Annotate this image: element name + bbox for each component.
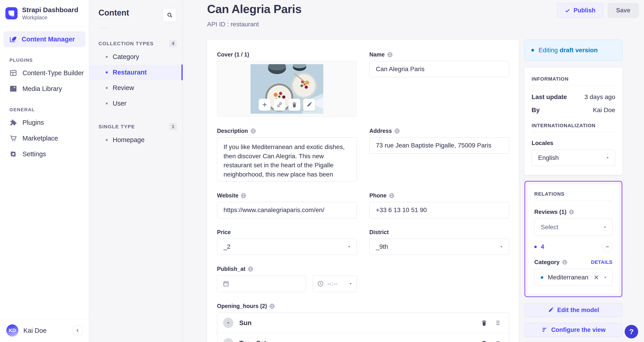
collection-count-badge: 4 [169, 40, 177, 47]
bullet-icon [106, 87, 108, 89]
phone-input[interactable] [370, 202, 509, 218]
category-label: Category [534, 259, 568, 266]
save-button[interactable]: Save [608, 3, 638, 18]
search-button[interactable] [163, 8, 177, 22]
relation-dot-icon [534, 246, 537, 248]
trash-icon [292, 102, 297, 108]
publish-button[interactable]: Publish [557, 3, 603, 18]
sidebar-item-content-type-builder[interactable]: Content-Type Builder [0, 65, 89, 81]
bullet-icon [106, 102, 108, 104]
chevron-left-icon [75, 328, 80, 333]
delete-row-button[interactable] [481, 320, 487, 326]
plus-icon [262, 102, 268, 108]
chevron-down-icon [500, 245, 504, 249]
field-name: Name [370, 51, 509, 117]
price-select[interactable]: _2 [217, 239, 357, 255]
last-update-row: Last update 3 days ago [532, 93, 615, 101]
chevron-down-icon [348, 282, 352, 286]
copy-link-button[interactable] [274, 99, 286, 111]
sidebar-item-label: Media Library [22, 85, 62, 93]
subnav-item-restaurant[interactable]: Restaurant [89, 65, 182, 80]
globe-icon [250, 128, 256, 134]
divider [532, 86, 615, 86]
sidebar-section-plugins: PLUGINS [0, 57, 89, 63]
main-content: Can Alegria Paris API ID : restaurant Pu… [183, 0, 644, 342]
linked-review-link[interactable]: 4 [541, 243, 544, 250]
information-card: INFORMATION Last update 3 days ago By Ka… [524, 68, 622, 175]
help-button[interactable]: ? [625, 325, 638, 338]
edit-model-button[interactable]: Edit the model [524, 303, 622, 317]
clock-icon [317, 280, 324, 287]
page-title: Can Alegria Paris [207, 2, 302, 16]
sidebar-item-content-manager[interactable]: Content Manager [4, 31, 85, 47]
puzzle-icon [10, 119, 17, 126]
locales-label: Locales [532, 140, 615, 146]
expand-row-button[interactable] [223, 318, 234, 328]
sidebar-item-media-library[interactable]: Media Library [0, 81, 89, 97]
clear-category-button[interactable] [594, 274, 599, 280]
remove-relation-button[interactable] [602, 242, 612, 252]
sidebar-item-marketplace[interactable]: Marketplace [0, 130, 89, 146]
opening-hours-row-tue-sat: Tue - Sat [217, 333, 509, 342]
layout-grid-icon [10, 69, 17, 77]
website-input[interactable] [217, 202, 357, 218]
sidebar-item-label: Plugins [22, 119, 44, 126]
opening-hours-row-sun: Sun [217, 313, 509, 333]
sidebar-item-settings[interactable]: Settings [0, 146, 89, 162]
publish-date-input[interactable] [217, 275, 306, 292]
locale-select[interactable]: English [532, 150, 615, 166]
globe-icon [269, 303, 275, 309]
link-icon [276, 102, 282, 108]
details-link[interactable]: DETAILS [591, 259, 612, 265]
opening-hours-accordion: Sun Tue - Sat [217, 312, 509, 342]
configure-view-button[interactable]: Configure the view [524, 323, 622, 337]
description-textarea[interactable]: If you like Mediterranean and exotic dis… [217, 137, 357, 182]
subnav-item-review[interactable]: Review [89, 80, 182, 96]
cover-media-box [217, 61, 357, 117]
globe-icon [240, 193, 246, 199]
chevron-down-icon [606, 156, 610, 160]
sidebar-item-plugins[interactable]: Plugins [0, 115, 89, 130]
reviews-select[interactable]: Select [534, 219, 612, 236]
subnav-item-category[interactable]: Category [89, 49, 182, 65]
chevron-down-icon [226, 341, 230, 342]
bullet-icon [106, 56, 108, 58]
field-website: Website [217, 192, 357, 218]
chevron-down-icon [603, 225, 607, 229]
content-subnav: Content COLLECTION TYPES 4 Category Rest… [89, 0, 183, 342]
check-icon [565, 8, 570, 13]
main-sidebar: Strapi Dashboard Workplace Content Manag… [0, 0, 89, 342]
relations-title: RELATIONS [534, 191, 612, 197]
question-mark-icon: ? [629, 327, 634, 336]
section-label: COLLECTION TYPES [98, 41, 154, 47]
district-select[interactable]: _9th [370, 239, 509, 255]
cart-icon [10, 134, 17, 142]
sidebar-section-general: GENERAL [0, 107, 89, 112]
add-media-button[interactable] [258, 99, 271, 111]
field-address: Address [370, 128, 509, 182]
expand-row-button[interactable] [223, 338, 234, 342]
sidebar-item-label: Content Manager [22, 36, 75, 43]
relations-card: RELATIONS Reviews (1) Select 4 [528, 185, 619, 294]
subnav-item-homepage[interactable]: Homepage [89, 132, 182, 148]
field-cover: Cover (1 / 1) [217, 51, 357, 117]
name-input[interactable] [370, 61, 509, 77]
publish-time-select[interactable]: --:-- [313, 275, 357, 292]
globe-icon [387, 52, 393, 58]
delete-media-button[interactable] [288, 99, 300, 111]
user-name: Kai Doe [24, 327, 68, 334]
edit-media-button[interactable] [303, 99, 315, 111]
delete-row-button[interactable] [481, 340, 487, 342]
cover-actions [258, 99, 315, 111]
address-input[interactable] [370, 137, 509, 153]
subnav-item-user[interactable]: User [89, 96, 182, 111]
sidebar-item-label: Marketplace [22, 135, 58, 142]
relations-highlight-frame: RELATIONS Reviews (1) Select 4 [524, 181, 622, 297]
category-select[interactable]: Mediterranean [534, 269, 612, 286]
section-label: SINGLE TYPE [98, 124, 135, 130]
drag-handle-icon[interactable] [495, 320, 501, 326]
app-title: Strapi Dashboard [22, 6, 78, 14]
drag-handle-icon[interactable] [495, 340, 501, 342]
status-dot-icon [531, 49, 534, 52]
collapse-sidebar-button[interactable] [73, 325, 82, 335]
